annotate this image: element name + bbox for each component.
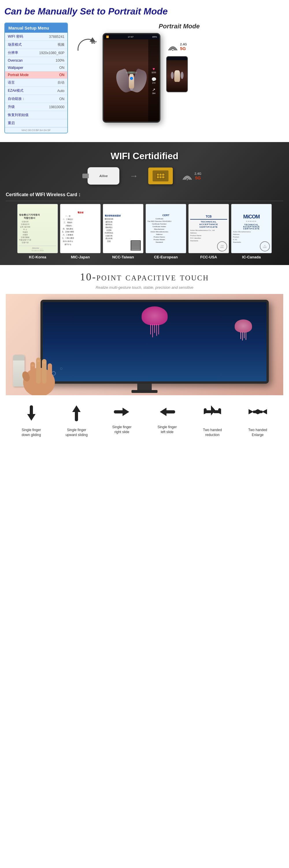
jellyfish-body-right	[235, 319, 252, 333]
menu-row-upgrade: 升级 19810000	[5, 103, 67, 111]
menu-value: ON	[34, 71, 67, 79]
cert-ncc-body: 機型識別碼廠商名稱廠商地址聯絡電話代理商代理商地址出廠日期產品名稱型號	[105, 218, 113, 243]
usb-dongle-container: Ailive	[87, 167, 119, 185]
small-wing-r	[181, 72, 183, 79]
menu-value: 1920x1080_60P	[34, 49, 67, 57]
degree-label: 90°	[91, 40, 97, 44]
cert-kc-title: 방송통신기자재등의적합인증서	[19, 213, 40, 220]
share-count: ↗ 384	[152, 87, 155, 94]
menu-label: 恢复到初始值	[5, 111, 34, 119]
gesture-icon-right	[112, 404, 131, 423]
cert-name-ce: CE-European	[154, 255, 178, 259]
gesture-svg-reduction	[202, 404, 222, 423]
cert-item-ce: CERT CertificateThe RED Directive 2014/5…	[146, 204, 186, 259]
usb-dongle: Ailive	[87, 167, 119, 185]
circuit-1	[157, 174, 159, 176]
menu-row-scene: 场景模式 视频	[5, 41, 67, 49]
gesture-label-down: Single fingerdown gliding	[22, 428, 41, 437]
gestures-container: Single fingerdown gliding Single fingeru…	[6, 400, 283, 442]
menu-table: WIFI 密码 37885241 场景模式 视频 分辨率 1920x1080_6…	[5, 33, 67, 127]
touch-title: 10-point capacitive touch	[6, 271, 283, 283]
touch-image-container	[6, 294, 283, 395]
chip-24-label: 2.4G	[194, 172, 202, 175]
jellyfish-tentacles-main	[142, 324, 168, 337]
t1	[150, 324, 151, 335]
cert-name-kc: KC-Korea	[29, 255, 46, 259]
wifi-5g-label: 5G	[180, 46, 186, 51]
circuit-5	[159, 176, 161, 178]
gesture-icon-left	[158, 404, 177, 423]
menu-value: 视频	[34, 41, 67, 49]
svg-marker-13	[27, 414, 36, 421]
cert-card-ncc: 電信管制射頻器材 機型識別碼廠商名稱廠商地址聯絡電話代理商代理商地址出廠日期產品…	[103, 204, 143, 253]
portrait-heading: Can be Manually Set to Portrait Mode	[4, 6, 285, 17]
phone-battery: 85%	[152, 36, 157, 38]
cert-item-ic: MiCOM CANADA TECHNICALACCEPTANCECERTIFIC…	[231, 204, 272, 259]
cert-ic-logo: MiCOM	[243, 214, 260, 220]
cert-of-label: Certificate of WIFI Wireless Card：	[6, 187, 283, 201]
small-phone-content	[167, 60, 187, 92]
cert-card-mic: 電信省 一、型二、工事設計三、電磁的 （電磁的）四、電気通信五、設備の種類六、工…	[60, 204, 101, 253]
cert-fcc-title: TECHNICALACCEPTANCECERTIFICATE	[200, 220, 218, 228]
angel-body	[129, 74, 134, 89]
cert-ic-stamp-container: ICCERT	[260, 241, 270, 251]
chip-inner	[153, 170, 169, 181]
gesture-svg-right	[112, 404, 131, 420]
jellyfish-scene	[43, 302, 266, 381]
cert-name-fcc: FCC-USA	[200, 255, 217, 259]
menu-label: WIFI 密码	[5, 33, 34, 41]
chip-freq-labels: 2.4G 5G	[194, 172, 202, 180]
jellyfish-right	[235, 319, 252, 341]
cert-item-kc: 방송통신기자재등의적합인증서 인증번호인증받은자상호 (법인명)주 소제품명모델…	[17, 204, 58, 259]
gesture-label-enlarge: Two handedEnlarge	[248, 428, 267, 437]
cert-ic-tagline: CANADA	[246, 220, 257, 222]
cert-kc-sig: Director ___	[19, 247, 56, 249]
menu-label: Wallpaper	[5, 64, 34, 71]
usb-label: Ailive	[99, 174, 108, 178]
portrait-content: Manual Setup Menu WIFI 密码 37885241 场景模式 …	[4, 23, 285, 133]
svg-marker-33	[262, 409, 267, 414]
hand-svg	[14, 345, 64, 395]
menu-label: EZAir模式	[5, 87, 34, 95]
menu-value: Auto	[34, 87, 67, 95]
menu-label: Portrait Mode	[5, 71, 34, 79]
gesture-svg-left	[158, 404, 177, 420]
menu-row-portrait: Portrait Mode ON	[5, 71, 67, 79]
phone-status-bar: 📶 17:47 85%	[104, 34, 159, 39]
cert-kc-date: S.I.10-1-1-2015	[19, 250, 56, 251]
menu-row-reboot: 重启	[5, 119, 67, 127]
small-phone-statusbar	[167, 57, 187, 60]
cert-fcc-body: Action Microelectronics Co., Ltd.Address…	[190, 229, 227, 242]
wifi-devices: Ailive →	[6, 167, 283, 185]
cert-card-ce: CERT CertificateThe RED Directive 2014/5…	[146, 204, 186, 253]
angel-scene: ♥ 3255 💬 172 ↗ 384	[104, 39, 159, 122]
mac-address: MAC:00:C0:BF:6A:0A:5F	[5, 127, 67, 133]
monitor-display	[40, 300, 269, 384]
right-column: 2.4G 5G	[166, 42, 188, 92]
chip-circuits	[156, 173, 165, 179]
svg-marker-17	[122, 408, 129, 416]
cert-name-ic: IC-Canada	[242, 255, 261, 259]
tr4	[246, 332, 246, 340]
cert-item-mic: 電信省 一、型二、工事設計三、電磁的 （電磁的）四、電気通信五、設備の種類六、工…	[60, 204, 101, 259]
cert-item-ncc: 電信管制射頻器材 機型識別碼廠商名稱廠商地址聯絡電話代理商代理商地址出廠日期產品…	[103, 204, 143, 259]
gesture-svg-down	[24, 404, 39, 423]
menu-label: 升级	[5, 103, 34, 111]
comment-icon: 💬	[151, 77, 156, 82]
gesture-item-reduction: Two handedreduction	[190, 404, 235, 437]
t3	[154, 324, 155, 333]
angel-wings	[117, 73, 146, 90]
cert-ic-stamp: ICCERT	[260, 241, 270, 251]
circuit-4	[157, 176, 159, 178]
menu-value: 100%	[34, 57, 67, 64]
gesture-icon-enlarge	[248, 404, 268, 425]
menu-label: 语言	[5, 79, 34, 87]
cert-ce-body: CertificateThe RED Directive 2014/53/EUC…	[147, 218, 171, 244]
gesture-item-left: Single fingerleft slide	[145, 404, 190, 435]
section-wifi: WIFI Certidified Ailive →	[0, 142, 289, 265]
svg-rect-16	[114, 410, 124, 413]
monitor-base	[132, 390, 157, 393]
menu-row-ezair: EZAir模式 Auto	[5, 87, 67, 95]
cert-ncc-header: 電信管制射頻器材	[105, 214, 121, 217]
svg-point-9	[31, 364, 34, 367]
